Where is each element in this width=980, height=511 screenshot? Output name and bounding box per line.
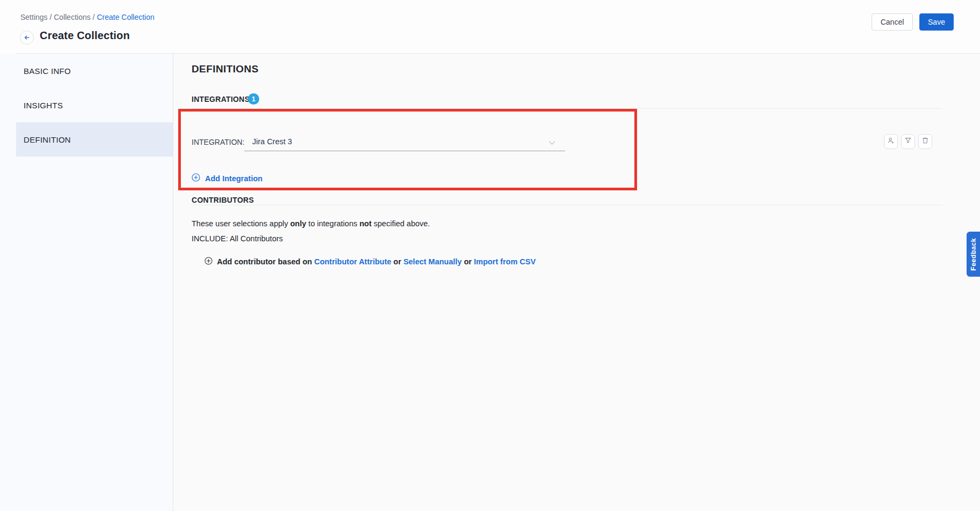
note-part: to integrations [306,219,360,228]
page-header: Settings / Collections / Create Collecti… [0,0,980,54]
arrow-left-icon [23,34,31,41]
add-contributor-prefix: Add contributor based on [217,257,314,266]
trash-icon [922,137,929,146]
integrations-section-label: INTEGRATIONS [192,95,250,103]
sidebar-item-definition[interactable]: DEFINITION [16,122,173,157]
integration-field-label: INTEGRATION: [192,138,245,146]
import-from-csv-link[interactable]: Import from CSV [474,257,536,266]
add-user-button[interactable] [884,134,898,149]
breadcrumb: Settings / Collections / Create Collecti… [20,13,155,21]
sidebar-item-basic-info[interactable]: BASIC INFO [16,54,173,88]
sidebar-item-insights[interactable]: INSIGHTS [16,88,173,122]
filter-icon [904,137,912,146]
integration-select[interactable]: Jira Crest 3 [244,133,565,151]
contributors-note: These user selections apply only to inte… [192,219,430,228]
breadcrumb-path[interactable]: Settings / Collections / [20,13,97,21]
note-part: specified above. [371,219,430,228]
integration-select-value: Jira Crest 3 [252,137,292,146]
integrations-count-badge: 1 [248,93,259,105]
add-contributor-text: Add contributor based on Contributor Att… [217,257,536,266]
settings-sidebar: BASIC INFO INSIGHTS DEFINITION [0,54,173,511]
add-contributor-row: Add contributor based on Contributor Att… [192,248,536,275]
include-line: INCLUDE: All Contributors [192,234,283,243]
filter-button[interactable] [901,134,915,149]
plus-circle-icon [192,173,200,183]
page-title: Create Collection [40,29,130,42]
delete-button[interactable] [918,134,932,149]
feedback-tab[interactable]: Feedback [967,232,980,277]
definitions-heading: DEFINITIONS [192,63,259,75]
contributor-attribute-link[interactable]: Contributor Attribute [314,257,391,266]
feedback-tab-label: Feedback [970,238,977,271]
note-part: These user selections apply [192,219,290,228]
cancel-button[interactable]: Cancel [872,13,913,31]
contributors-divider [192,205,942,205]
note-bold: not [360,219,372,228]
integrations-divider [192,108,942,109]
add-integration-label: Add Integration [205,174,262,183]
or-text: or [462,257,474,266]
note-bold: only [290,219,306,228]
breadcrumb-current[interactable]: Create Collection [97,13,154,21]
user-add-icon [887,137,895,146]
plus-circle-icon [192,248,213,275]
or-text: or [391,257,404,266]
back-button[interactable] [20,31,34,45]
create-collection-page: Settings / Collections / Create Collecti… [0,0,980,511]
chevron-down-icon [548,139,555,149]
select-manually-link[interactable]: Select Manually [404,257,462,266]
save-button[interactable]: Save [919,13,954,31]
contributors-section-label: CONTRIBUTORS [192,196,254,204]
add-integration-link[interactable]: Add Integration [192,173,262,183]
